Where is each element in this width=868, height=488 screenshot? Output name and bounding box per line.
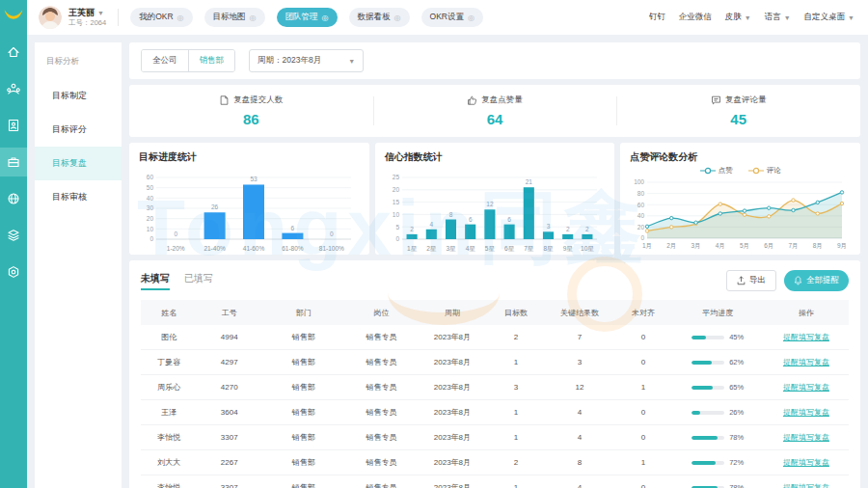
top-link-2[interactable]: 皮肤▼: [725, 12, 751, 23]
svg-text:60: 60: [637, 202, 645, 208]
stat-2: 复盘评论量45: [616, 85, 860, 137]
tab-filled[interactable]: 已填写: [184, 272, 213, 290]
svg-text:10: 10: [392, 211, 399, 218]
bar: [582, 234, 592, 239]
progress-track: [692, 436, 724, 440]
nav-tab-label: 目标地图: [213, 12, 246, 23]
comment-icon: [711, 95, 721, 106]
legend-item-0[interactable]: 点赞: [700, 166, 733, 176]
scope-all-company-button[interactable]: 全公司: [142, 50, 188, 71]
remind-fill-review-link[interactable]: 提醒填写复盘: [783, 433, 829, 442]
network-icon: [6, 191, 21, 206]
top-link-label: 钉钉: [649, 12, 665, 23]
column-header-7: 未对齐: [615, 300, 672, 325]
top-link-0[interactable]: 钉钉: [649, 12, 665, 23]
remind-fill-review-link[interactable]: 提醒填写复盘: [783, 333, 829, 341]
nav-tab-label: 团队管理: [285, 12, 318, 23]
svg-text:81-100%: 81-100%: [319, 245, 344, 252]
rail-layers-icon[interactable]: [0, 221, 27, 250]
cell-action: 提醒填写复盘: [764, 375, 849, 400]
svg-text:60: 60: [147, 174, 154, 180]
cell-dept: 销售部: [261, 475, 346, 488]
cell-emp_id: 3604: [198, 400, 261, 425]
progress-label: 78%: [729, 433, 744, 442]
sidebar-item-0[interactable]: 目标制定: [35, 79, 122, 113]
remind-fill-review-link[interactable]: 提醒填写复盘: [783, 483, 829, 488]
stat-value: 64: [487, 111, 503, 127]
avatar[interactable]: [39, 6, 62, 29]
chart-legend: 点赞评论: [628, 165, 853, 176]
cell-goals: 1: [488, 475, 545, 488]
legend-item-1[interactable]: 评论: [748, 166, 781, 176]
export-button[interactable]: 导出: [726, 270, 776, 291]
bar: [204, 212, 226, 239]
nav-tab-2[interactable]: 团队管理◎: [277, 8, 338, 27]
table-row: 丁曼容4297销售部销售专员2023年8月13062%提醒填写复盘: [141, 350, 849, 375]
progress-fill: [692, 436, 718, 440]
cell-goals: 2: [488, 450, 545, 475]
rail-team-icon[interactable]: [0, 74, 27, 103]
nav-tab-1[interactable]: 目标地图◎: [204, 8, 265, 27]
layers-icon: [6, 228, 21, 243]
cell-position: 销售专员: [346, 375, 417, 400]
svg-text:4月: 4月: [716, 242, 725, 250]
svg-text:0: 0: [395, 235, 399, 242]
column-header-2: 部门: [261, 300, 346, 325]
tab-not-filled[interactable]: 未填写: [141, 272, 170, 290]
remind-all-button[interactable]: 全部提醒: [784, 270, 849, 291]
cell-progress: 78%: [671, 475, 763, 488]
chevron-down-icon: ▼: [784, 14, 791, 21]
stat-1: 复盘点赞量64: [373, 85, 617, 137]
remind-fill-review-link[interactable]: 提醒填写复盘: [783, 358, 829, 366]
cell-dept: 销售部: [261, 450, 346, 475]
rail-workspace-icon[interactable]: [0, 148, 27, 176]
progress: 26%: [672, 408, 762, 417]
scope-segmented-control: 全公司 销售部: [141, 49, 235, 72]
cell-action: 提醒填写复盘: [764, 400, 849, 425]
sidebar-item-2[interactable]: 目标复盘: [35, 147, 122, 180]
top-link-3[interactable]: 语言▼: [765, 12, 791, 23]
sidebar-item-3[interactable]: 目标审核: [35, 180, 122, 214]
top-link-label: 皮肤: [725, 12, 742, 23]
cell-dept: 销售部: [261, 400, 346, 425]
top-link-4[interactable]: 自定义桌面▼: [804, 12, 854, 23]
sidebar-item-1[interactable]: 目标评分: [35, 113, 122, 147]
svg-text:7月: 7月: [789, 242, 799, 250]
rail-home-icon[interactable]: [0, 38, 27, 67]
rail-network-icon[interactable]: [0, 184, 27, 213]
user-name: 王芙丽: [68, 8, 95, 17]
nav-tab-0[interactable]: 我的OKR◎: [130, 8, 192, 27]
table-row: 李怡悦3307销售部销售专员2023年8月14078%提醒填写复盘: [141, 425, 849, 450]
nav-tab-3[interactable]: 数据看板◎: [349, 8, 410, 27]
remind-fill-review-link[interactable]: 提醒填写复盘: [783, 383, 829, 392]
svg-text:41-60%: 41-60%: [243, 245, 265, 252]
table-header-row: 姓名工号部门岗位周期目标数关键结果数未对齐平均进度操作: [141, 300, 849, 325]
top-link-1[interactable]: 企业微信: [679, 12, 712, 23]
nav-tab-4[interactable]: OKR设置◎: [421, 8, 483, 27]
settings-gear-icon: [6, 264, 21, 280]
period-select[interactable]: 周期：2023年8月 ▼: [249, 49, 364, 72]
chevron-down-icon: ▼: [848, 14, 854, 21]
cell-period: 2023年8月: [417, 425, 487, 450]
top-link-label: 自定义桌面: [804, 12, 846, 23]
nav-tab-label: OKR设置: [430, 12, 464, 23]
rail-settings-gear-icon[interactable]: [0, 258, 27, 286]
remind-fill-review-link[interactable]: 提醒填写复盘: [783, 458, 829, 467]
user-meta[interactable]: 王芙丽▼ 工号：2064: [68, 8, 106, 28]
sidenav-header: 目标分析: [35, 42, 122, 79]
scope-sales-dept-button[interactable]: 销售部: [188, 50, 235, 71]
chevron-down-icon: ▼: [97, 10, 104, 16]
cell-goals: 2: [488, 325, 545, 350]
cell-progress: 45%: [671, 325, 763, 350]
cell-progress: 65%: [671, 375, 763, 400]
cell-name: 李怡悦: [141, 425, 198, 450]
workspace-icon: [6, 154, 21, 170]
rail-profile-doc-icon[interactable]: [0, 111, 27, 140]
review-table-card: 未填写 已填写 导出 全部提醒 姓名工号部门岗位: [129, 260, 860, 488]
legend-marker-icon: [700, 167, 716, 175]
svg-text:4星: 4星: [465, 245, 475, 252]
svg-text:7星: 7星: [524, 245, 534, 252]
remind-fill-review-link[interactable]: 提醒填写复盘: [783, 408, 829, 417]
column-header-5: 目标数: [488, 300, 545, 325]
brand-smile-logo[interactable]: [3, 7, 24, 22]
